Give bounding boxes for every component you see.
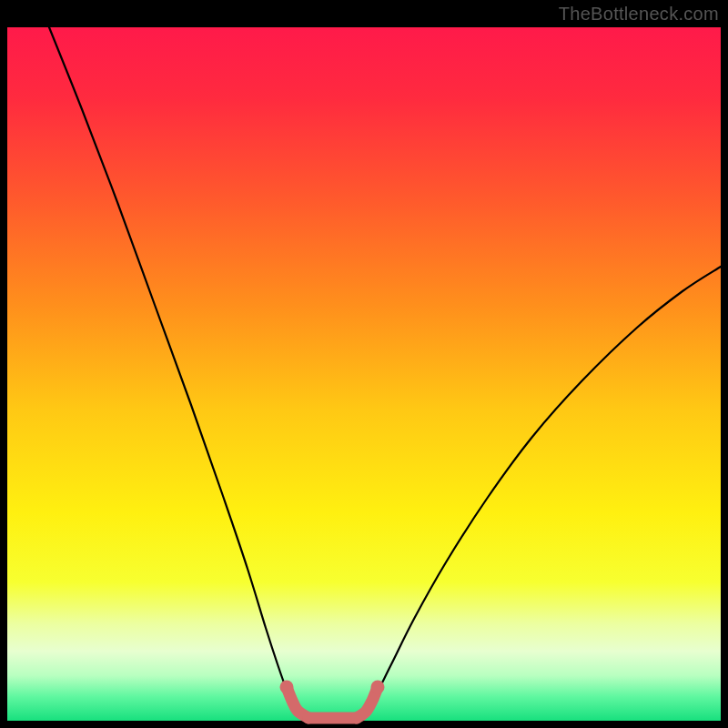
- chart-svg: [0, 0, 728, 728]
- svg-rect-1: [7, 27, 721, 721]
- highlight-dot: [371, 681, 385, 694]
- watermark-text: TheBottleneck.com: [559, 4, 719, 25]
- highlight-dot: [280, 681, 294, 694]
- chart-canvas: TheBottleneck.com: [0, 0, 728, 728]
